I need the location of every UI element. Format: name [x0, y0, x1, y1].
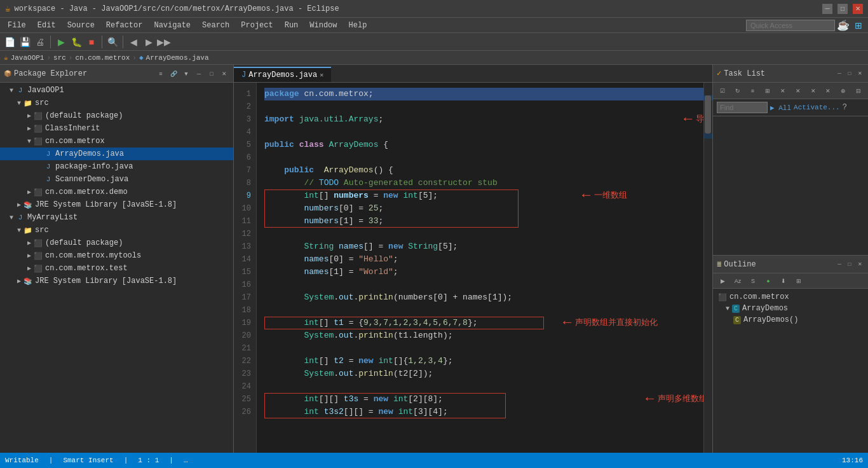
ol-tb6[interactable]: ⊞ — [792, 274, 806, 288]
tl-tb4[interactable]: ✕ — [776, 84, 790, 98]
tree-item-src2[interactable]: ▼ 📁 src — [0, 224, 233, 237]
title-bar-controls[interactable]: ─ □ ✕ — [822, 4, 863, 14]
tl-all-link[interactable]: ▶ All — [770, 104, 791, 112]
ol-tb4[interactable]: ● — [761, 274, 775, 288]
code-line-7: ● public ArrayDemos() { — [264, 164, 705, 177]
toolbar-debug[interactable]: 🐛 — [69, 35, 83, 49]
bc-filename[interactable]: ArrayDemos.java — [146, 54, 209, 62]
ol-tb5[interactable]: ⬇ — [776, 274, 790, 288]
ol-item-class[interactable]: ▼ C ArrayDemos — [715, 303, 865, 314]
tree-item-packageinfo[interactable]: J package-info.java — [0, 160, 233, 173]
tl-tb8[interactable]: ⊕ — [836, 84, 850, 98]
mini-scroll-thumb[interactable] — [705, 95, 711, 134]
menu-project[interactable]: Project — [236, 20, 278, 31]
toolbar-run[interactable]: ▶ — [54, 35, 68, 49]
maximize-button[interactable]: □ — [837, 4, 848, 14]
menu-refactor[interactable]: Refactor — [101, 20, 148, 31]
pe-menu[interactable]: ▼ — [181, 69, 191, 79]
menu-navigate[interactable]: Navigate — [149, 20, 196, 31]
tab-close-btn[interactable]: ✕ — [320, 71, 323, 79]
tl-tb7[interactable]: ✕ — [822, 84, 836, 98]
tree-item-default-pkg[interactable]: ▶ ⬛ (default package) — [0, 109, 233, 122]
tree-item-classinherit[interactable]: ▶ ⬛ ClassInherit — [0, 122, 233, 135]
ol-close[interactable]: ✕ — [855, 260, 864, 269]
tl-tb3[interactable]: ⊞ — [761, 84, 775, 98]
tl-find-row: ▶ All Activate... ? — [713, 99, 868, 116]
toolbar-new[interactable]: 📄 — [3, 35, 17, 49]
ln-20: 20 — [236, 329, 254, 342]
tree-label-arraydemos: ArrayDemos.java — [55, 149, 124, 158]
tl-activate-link[interactable]: Activate... — [794, 104, 840, 111]
tree-item-myarraylist[interactable]: ▼ J MyArrayList — [0, 211, 233, 224]
toolbar-save[interactable]: 💾 — [18, 35, 32, 49]
code-line-6 — [264, 151, 705, 164]
bc-project[interactable]: JavaOOP1 — [11, 54, 44, 62]
pe-collapse-all[interactable]: ≡ — [156, 69, 166, 79]
tl-minimize[interactable]: ─ — [835, 69, 844, 78]
ol-item-constructor[interactable]: C ArrayDemos() — [715, 314, 865, 326]
tl-collapse-all[interactable]: ≡ — [746, 84, 760, 98]
tree-item-metroxtest[interactable]: ▶ ⬛ cn.com.metrox.test — [0, 262, 233, 275]
toolbar-forward[interactable]: ▶ — [142, 35, 156, 49]
tl-find-input[interactable] — [717, 102, 768, 113]
ol-minimize[interactable]: ─ — [835, 260, 844, 269]
menu-source[interactable]: Source — [62, 20, 100, 31]
ol-maximize[interactable]: □ — [845, 260, 854, 269]
toolbar-nav[interactable]: ▶▶ — [157, 35, 171, 49]
tree-item-mytools[interactable]: ▶ ⬛ cn.com.metrox.mytools — [0, 249, 233, 262]
tree-item-arraydemos[interactable]: J ArrayDemos.java — [0, 148, 233, 160]
ol-tb1[interactable]: ▶ — [715, 274, 729, 288]
pe-maximize[interactable]: □ — [207, 69, 217, 79]
tl-tb5[interactable]: ✕ — [791, 84, 805, 98]
ol-item-package[interactable]: ⬛ cn.com.metrox — [715, 291, 865, 303]
menu-help[interactable]: Help — [344, 20, 372, 31]
tree-item-metrox-demo[interactable]: ▶ ⬛ cn.com.metrox.demo — [0, 186, 233, 198]
tl-close[interactable]: ✕ — [855, 69, 864, 78]
tree-item-src1[interactable]: ▼ 📁 src — [0, 97, 233, 109]
tl-tb6[interactable]: ✕ — [806, 84, 820, 98]
perspective-button[interactable]: ☕ — [836, 18, 850, 32]
tree-item-default-pkg2[interactable]: ▶ ⬛ (default package) — [0, 237, 233, 249]
tree-item-scannerdemo[interactable]: J ScannerDemo.java — [0, 173, 233, 186]
tree-item-javaopp1[interactable]: ▼ J JavaOOP1 — [0, 84, 233, 97]
tree-label-cn-com-metrox: cn.com.metrox — [45, 137, 105, 146]
open-perspective-button[interactable]: ⊞ — [851, 18, 865, 32]
close-button[interactable]: ✕ — [853, 4, 863, 14]
tree-item-cn-com-metrox[interactable]: ▼ ⬛ cn.com.metrox — [0, 135, 233, 148]
toolbar-back[interactable]: ◀ — [126, 35, 140, 49]
menu-edit[interactable]: Edit — [32, 20, 61, 31]
annotation-initarray: ← 声明数组并直接初始化 — [563, 317, 658, 329]
menu-file[interactable]: File — [3, 20, 31, 31]
quick-access-input[interactable] — [746, 20, 835, 31]
ol-tb2[interactable]: Az — [731, 274, 745, 288]
bc-package[interactable]: cn.com.metrox — [75, 54, 130, 62]
menu-window[interactable]: Window — [304, 20, 342, 31]
mini-scrollbar[interactable] — [703, 83, 712, 453]
tree-item-jre2[interactable]: ▶ 📚 JRE System Library [JavaSE-1.8] — [0, 275, 233, 287]
toolbar-stop[interactable]: ■ — [85, 35, 98, 49]
tl-tb9[interactable]: ⊟ — [851, 84, 865, 98]
ol-class-label: ArrayDemos — [742, 304, 788, 313]
status-bar: Writable | Smart Insert | 1 : 1 | … 13:1… — [0, 453, 868, 468]
menu-search[interactable]: Search — [197, 20, 234, 31]
tl-tb1[interactable]: ☑ — [715, 84, 729, 98]
tree-label-src2: src — [35, 226, 49, 235]
ln-23: 23 — [236, 368, 254, 380]
toolbar-print[interactable]: 🖨 — [33, 35, 47, 49]
code-line-20: System.out.println(t1.length); — [264, 329, 705, 342]
pe-minimize[interactable]: ─ — [194, 69, 204, 79]
tl-maximize[interactable]: □ — [845, 69, 854, 78]
minimize-button[interactable]: ─ — [822, 4, 832, 14]
pe-link-editor[interactable]: 🔗 — [168, 69, 179, 79]
bc-src[interactable]: src — [53, 54, 66, 62]
code-content[interactable]: package cn.com.metrox; import java.util.… — [257, 83, 712, 453]
ol-tb3[interactable]: S — [746, 274, 760, 288]
tl-tb2[interactable]: ↻ — [731, 84, 745, 98]
menu-run[interactable]: Run — [280, 20, 304, 31]
toolbar-search[interactable]: 🔍 — [105, 35, 119, 49]
code-editor[interactable]: 1 2 3 4 5 6 7 8 9 10 11 12 13 14 15 16 1… — [234, 83, 712, 453]
pe-close[interactable]: ✕ — [219, 69, 229, 79]
tab-arraydemos[interactable]: J ArrayDemos.java ✕ — [234, 67, 331, 82]
tl-help-icon[interactable]: ? — [843, 103, 847, 112]
tree-item-jre1[interactable]: ▶ 📚 JRE System Library [JavaSE-1.8] — [0, 198, 233, 211]
